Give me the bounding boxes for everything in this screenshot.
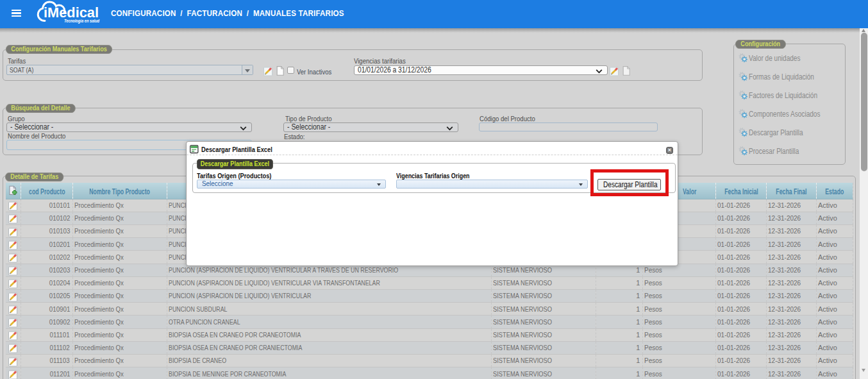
svg-text:iMedical: iMedical bbox=[44, 5, 99, 21]
svg-text:Tecnología en salud: Tecnología en salud bbox=[64, 19, 100, 24]
